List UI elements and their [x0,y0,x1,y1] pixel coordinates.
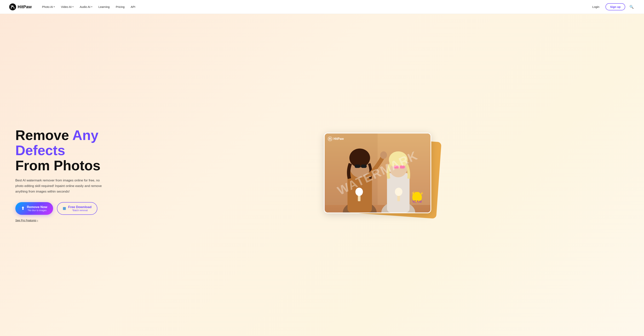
logo-text: HitPaw [18,5,32,10]
svg-point-15 [355,188,363,196]
hero-buttons: ⬆ Remove Now *No blur to images ⊞ Free D… [15,202,130,215]
svg-point-0 [9,4,16,10]
navigation: HitPaw Photo AI ▾ Video AI ▾ Audio AI ▾ … [0,0,644,14]
svg-rect-11 [361,165,367,168]
svg-point-9 [350,148,370,167]
chevron-down-icon: ▾ [91,6,92,8]
nav-item-api[interactable]: API [128,4,138,10]
svg-text:YEAH!: YEAH! [412,200,422,203]
svg-rect-21 [400,166,405,169]
hero-image-container: WATERMARK HitPaw [324,133,435,217]
svg-point-13 [380,151,387,159]
nav-item-learning[interactable]: Learning [96,4,112,10]
nav-links: Photo AI ▾ Video AI ▾ Audio AI ▾ Learnin… [39,4,589,10]
image-logo-label: HitPaw [334,137,344,141]
svg-rect-20 [394,166,399,169]
svg-text:⚡: ⚡ [420,192,424,195]
login-button[interactable]: Login [589,4,602,10]
chevron-down-icon: ▾ [72,6,74,8]
logo-icon [9,4,16,10]
windows-icon: ⊞ [63,206,66,211]
logo[interactable]: HitPaw [9,4,32,10]
svg-text:⚡: ⚡ [411,191,416,195]
nav-item-audio-ai[interactable]: Audio AI ▾ [77,4,95,10]
upload-icon: ⬆ [21,206,24,211]
svg-rect-10 [354,165,360,168]
see-pro-features-link[interactable]: See Pro Features › [15,219,38,222]
image-logo-icon [328,137,332,141]
svg-point-24 [395,188,402,196]
hero-right: WATERMARK HitPaw [130,127,629,223]
nav-right: Login Sign up 🔍 [589,3,635,10]
nav-item-photo-ai[interactable]: Photo AI ▾ [39,4,58,10]
nav-item-pricing[interactable]: Pricing [113,4,127,10]
svg-point-1 [12,5,13,7]
free-download-button[interactable]: ⊞ Free Download *Batch removal [57,202,97,215]
remove-now-button[interactable]: ⬆ Remove Now *No blur to images [15,202,53,215]
sticker-emoji: ⚡ ⚡ YEAH! [410,188,425,205]
svg-rect-30 [418,192,419,196]
svg-point-27 [330,138,330,138]
chevron-down-icon: ▾ [54,6,55,8]
photo-background: WATERMARK HitPaw [325,134,430,212]
hero-description: Best AI watermark remover from images on… [15,178,107,194]
yeah-sticker: ⚡ ⚡ YEAH! [410,188,425,203]
hero-title: Remove Any Defects From Photos [15,128,130,173]
image-logo: HitPaw [328,137,344,141]
hero-section: Remove Any Defects From Photos Best AI w… [0,14,644,336]
image-main-card: WATERMARK HitPaw [324,133,431,213]
search-icon[interactable]: 🔍 [628,4,635,10]
hero-left: Remove Any Defects From Photos Best AI w… [15,128,130,222]
signup-button[interactable]: Sign up [606,3,625,10]
nav-item-video-ai[interactable]: Video AI ▾ [58,4,76,10]
